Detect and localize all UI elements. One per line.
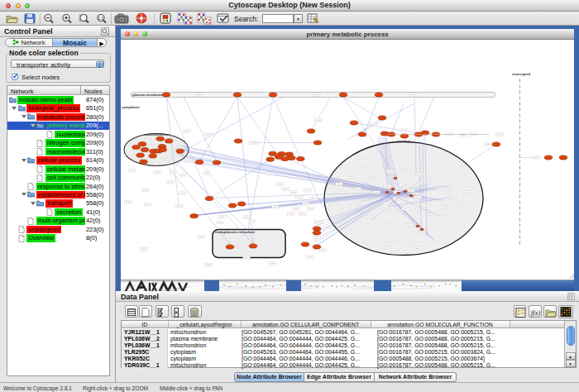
svg-text:mitochondrion: mitochondrion xyxy=(144,132,170,136)
svg-text:f(x): f(x) xyxy=(531,309,540,317)
svg-text:1:1: 1:1 xyxy=(98,17,104,21)
svg-text:plasma membrane: plasma membrane xyxy=(132,92,165,96)
svg-text:cytoplasm: cytoplasm xyxy=(122,104,140,108)
svg-text:unassigned: unassigned xyxy=(512,71,531,75)
svg-text:nucleus: nucleus xyxy=(397,138,411,142)
